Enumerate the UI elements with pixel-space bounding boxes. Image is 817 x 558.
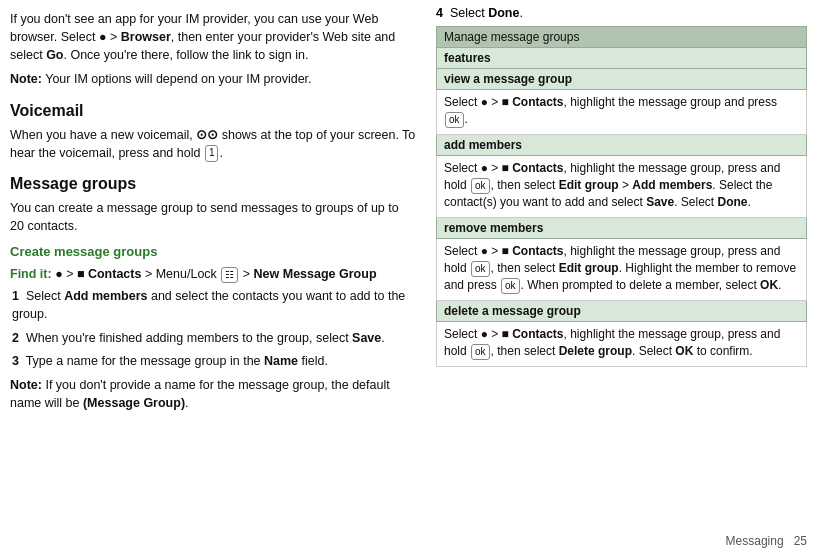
section-label: Messaging — [726, 534, 784, 548]
done-label: Done — [488, 6, 519, 20]
steps-list: 1 Select Add members and select the cont… — [10, 287, 416, 370]
remove-members-text: Select ● > ■ Contacts, highlight the mes… — [437, 239, 807, 301]
step-4-num: 4 — [436, 6, 443, 20]
note-paragraph: Note: Your IM options will depend on you… — [10, 70, 416, 88]
voicemail-paragraph: When you have a new voicemail, ⊙⊙ shows … — [10, 126, 416, 162]
note-label: Note: — [10, 72, 42, 86]
view-message-group-header: view a message group — [437, 69, 807, 90]
step-2: 2 When you're finished adding members to… — [10, 329, 416, 347]
remove-members-feature-label: remove members — [437, 218, 807, 239]
table-header-row: Manage message groups — [437, 27, 807, 48]
delete-message-group-header: delete a message group — [437, 301, 807, 322]
delete-feature-label: delete a message group — [437, 301, 807, 322]
manage-message-groups-table: Manage message groups features view a me… — [436, 26, 807, 367]
view-feature-label: view a message group — [437, 69, 807, 90]
ok-icon-remove1: ok — [471, 261, 490, 277]
find-it-label: Find it: — [10, 267, 52, 281]
name-label: Name — [264, 354, 298, 368]
step-1: 1 Select Add members and select the cont… — [10, 287, 416, 323]
note2-label: Note: — [10, 378, 42, 392]
add-members-content: Select ● > ■ Contacts, highlight the mes… — [437, 156, 807, 218]
step-4-paragraph: 4 Select Done. — [436, 6, 807, 20]
contacts-link: ■ Contacts — [77, 267, 142, 281]
page-footer: Messaging 25 — [436, 530, 807, 548]
step-3-num: 3 — [12, 354, 19, 368]
create-message-groups-heading: Create message groups — [10, 243, 416, 262]
message-groups-heading: Message groups — [10, 172, 416, 195]
ok-icon-add1: ok — [471, 178, 490, 194]
add-members-label: Add members — [64, 289, 147, 303]
add-members-feature-label: add members — [437, 135, 807, 156]
go-label: Go — [46, 48, 63, 62]
menu-lock-icon: ☷ — [221, 267, 238, 284]
save-label: Save — [352, 331, 381, 345]
delete-message-group-text: Select ● > ■ Contacts, highlight the mes… — [437, 322, 807, 367]
right-column: 4 Select Done. Manage message groups fea… — [430, 0, 817, 558]
page-number: 25 — [794, 534, 807, 548]
ok-icon-delete: ok — [471, 344, 490, 360]
voicemail-heading: Voicemail — [10, 99, 416, 122]
step-3: 3 Type a name for the message group in t… — [10, 352, 416, 370]
features-label: features — [437, 48, 807, 69]
find-it-paragraph: Find it: ● > ■ Contacts > Menu/Lock ☷ > … — [10, 265, 416, 283]
left-column: If you don't see an app for your IM prov… — [0, 0, 430, 558]
default-name-label: (Message Group) — [83, 396, 185, 410]
step-1-num: 1 — [12, 289, 19, 303]
table-title: Manage message groups — [437, 27, 807, 48]
step-2-num: 2 — [12, 331, 19, 345]
delete-message-group-content: Select ● > ■ Contacts, highlight the mes… — [437, 322, 807, 367]
message-groups-paragraph: You can create a message group to send m… — [10, 199, 416, 235]
intro-paragraph: If you don't see an app for your IM prov… — [10, 10, 416, 64]
view-message-group-content: Select ● > ■ Contacts, highlight the mes… — [437, 90, 807, 135]
add-members-header: add members — [437, 135, 807, 156]
browser-label: Browser — [121, 30, 171, 44]
remove-members-header: remove members — [437, 218, 807, 239]
view-message-group-text: Select ● > ■ Contacts, highlight the mes… — [437, 90, 807, 135]
key-icon-1: 1 — [205, 145, 219, 162]
ok-icon-view: ok — [445, 112, 464, 128]
remove-members-content: Select ● > ■ Contacts, highlight the mes… — [437, 239, 807, 301]
features-label-row: features — [437, 48, 807, 69]
add-members-text: Select ● > ■ Contacts, highlight the mes… — [437, 156, 807, 218]
new-message-group-label: New Message Group — [254, 267, 377, 281]
note2-paragraph: Note: If you don't provide a name for th… — [10, 376, 416, 412]
ok-icon-remove2: ok — [501, 278, 520, 294]
